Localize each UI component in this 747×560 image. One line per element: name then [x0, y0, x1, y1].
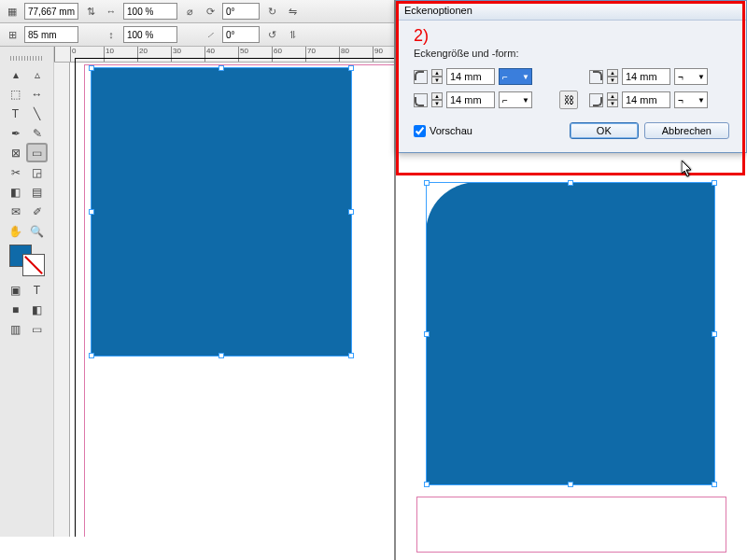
spin-up[interactable]: ▲ — [431, 92, 443, 100]
ok-button[interactable]: OK — [570, 122, 639, 139]
corner-br-shape[interactable]: ¬▼ — [674, 91, 708, 108]
flip-h-button[interactable]: ⇋ — [284, 3, 301, 20]
handle-tl[interactable] — [424, 180, 430, 186]
scissors-tool[interactable]: ✂ — [5, 162, 26, 182]
spin-up[interactable]: ▲ — [607, 92, 618, 100]
format-text-button[interactable]: T — [26, 280, 48, 300]
corner-tr-value[interactable] — [622, 68, 670, 85]
spinner-br[interactable]: ▲▼ — [607, 92, 618, 107]
shear-field[interactable]: 0° — [222, 26, 260, 43]
eyedropper-tool[interactable]: ✐ — [26, 202, 48, 221]
handle-tc[interactable] — [568, 180, 573, 186]
spinner-bl[interactable]: ▲▼ — [431, 92, 443, 107]
corner-br-value[interactable] — [622, 91, 670, 108]
handle-tr[interactable] — [348, 65, 354, 71]
handle-br[interactable] — [348, 353, 354, 358]
corner-bl-shape[interactable]: ⌐▼ — [499, 91, 532, 108]
spin-down[interactable]: ▼ — [607, 100, 618, 107]
type-tool[interactable]: T — [5, 104, 26, 123]
flip-v-button[interactable]: ⥮ — [284, 26, 301, 43]
handle-ml[interactable] — [424, 331, 430, 337]
apply-color-button[interactable]: ■ — [5, 300, 26, 319]
selection-tool[interactable]: ▴ — [5, 64, 26, 84]
shape-icon: ⌐ — [502, 72, 508, 82]
handle-bc[interactable] — [568, 482, 573, 487]
rectangle-tool[interactable]: ▭ — [26, 143, 48, 162]
stroke-swatch[interactable] — [22, 254, 45, 276]
spinner-tl[interactable]: ▲▼ — [431, 69, 443, 84]
pencil-tool[interactable]: ✎ — [26, 123, 48, 143]
spin-down[interactable]: ▼ — [607, 77, 618, 84]
hand-tool[interactable]: ✋ — [5, 221, 26, 241]
corner-tl-icon — [414, 70, 428, 84]
rotate-cw-button[interactable]: ↻ — [263, 3, 280, 20]
pen-tool[interactable]: ✒ — [5, 123, 26, 143]
scale-y-icon: ↕ — [103, 26, 120, 43]
corner-tl-value[interactable] — [446, 68, 495, 85]
handle-bl[interactable] — [424, 482, 430, 487]
corner-tl-shape[interactable]: ⌐▼ — [499, 68, 532, 85]
corner-bl-value[interactable] — [446, 91, 495, 108]
cancel-button[interactable]: Abbrechen — [644, 122, 729, 139]
chevron-down-icon: ▼ — [522, 96, 529, 105]
preview-checkbox[interactable]: Vorschau — [414, 125, 472, 137]
corner-tr-shape[interactable]: ¬▼ — [674, 68, 708, 85]
line-tool[interactable]: ╲ — [26, 104, 48, 123]
dialog-title[interactable]: Eckenoptionen — [397, 1, 746, 21]
handle-tl[interactable] — [89, 65, 94, 71]
rotate-icon: ⟳ — [202, 3, 218, 20]
spin-up[interactable]: ▲ — [607, 69, 618, 77]
margin-guide-right — [416, 497, 726, 553]
shape-icon: ¬ — [678, 72, 684, 82]
spin-up[interactable]: ▲ — [431, 69, 443, 77]
view-mode-preview[interactable]: ▭ — [26, 319, 48, 339]
page-tool[interactable]: ⬚ — [5, 84, 26, 104]
shear-value: 0° — [226, 30, 235, 40]
group-label: Eckengröße und -form: — [414, 48, 729, 59]
vertical-ruler[interactable] — [54, 63, 70, 537]
preview-checkbox-input[interactable] — [414, 125, 426, 137]
handle-bl[interactable] — [89, 353, 94, 358]
link-scale-icon[interactable]: ⌀ — [181, 3, 198, 20]
handle-bc[interactable] — [218, 353, 224, 358]
shear-icon: ⟋ — [202, 26, 218, 43]
corner-tr-icon — [589, 70, 603, 84]
rotate-ccw-button[interactable]: ↺ — [263, 26, 280, 43]
panel-grip[interactable] — [10, 56, 43, 61]
spin-down[interactable]: ▼ — [431, 77, 443, 84]
scale-x-value: 100 % — [127, 7, 153, 17]
color-swatches[interactable] — [9, 245, 45, 276]
feather-tool[interactable]: ▤ — [26, 182, 48, 202]
link-corners-icon[interactable]: ⛓ — [559, 91, 578, 109]
handle-tc[interactable] — [218, 65, 224, 71]
selection-box-right[interactable] — [426, 182, 715, 485]
apply-gradient-button[interactable]: ◧ — [26, 300, 48, 319]
note-tool[interactable]: ✉ — [5, 202, 26, 221]
format-container-button[interactable]: ▣ — [5, 280, 26, 300]
direct-selection-tool[interactable]: ▵ — [26, 64, 48, 84]
handle-br[interactable] — [712, 482, 717, 487]
y-field[interactable]: 85 mm — [24, 26, 78, 43]
x-value: 77,667 mm — [28, 7, 75, 17]
chevron-down-icon: ▼ — [698, 73, 705, 81]
zoom-tool[interactable]: 🔍 — [26, 221, 48, 241]
link-wh-icon[interactable]: ⇅ — [82, 3, 99, 20]
right-pane: Eckenoptionen 2) Eckengröße und -form: ▲… — [394, 0, 747, 560]
frame-tool[interactable]: ⊠ — [5, 143, 26, 162]
handle-ml[interactable] — [89, 209, 94, 215]
handle-tr[interactable] — [712, 180, 717, 186]
handle-mr[interactable] — [712, 331, 717, 337]
selection-box[interactable] — [91, 67, 352, 357]
spinner-tr[interactable]: ▲▼ — [607, 69, 618, 84]
scale-y-field[interactable]: 100 % — [123, 26, 177, 43]
transform-tool[interactable]: ◲ — [26, 162, 48, 182]
view-mode-normal[interactable]: ▥ — [5, 319, 26, 339]
rotate-field[interactable]: 0° — [222, 3, 260, 20]
gradient-tool[interactable]: ◧ — [5, 182, 26, 202]
spin-down[interactable]: ▼ — [431, 100, 443, 107]
gap-tool[interactable]: ↔ — [26, 84, 48, 104]
scale-x-field[interactable]: 100 % — [123, 3, 177, 20]
x-field[interactable]: 77,667 mm — [24, 3, 78, 20]
reference-point-icon[interactable]: ▦ — [4, 3, 21, 20]
handle-mr[interactable] — [348, 209, 354, 215]
